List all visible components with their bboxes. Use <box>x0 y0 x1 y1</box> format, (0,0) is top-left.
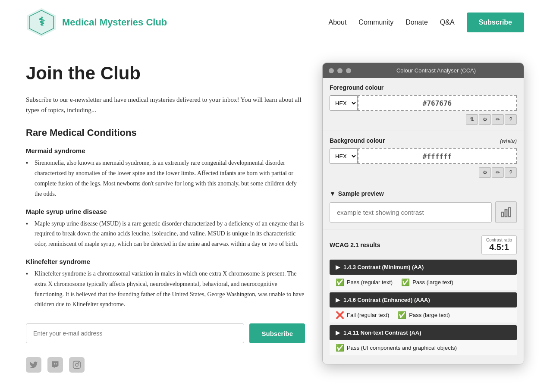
wcag-item-1411: ▶ 1.4.11 Non-text Contrast (AA) ✅ Pass (… <box>330 325 517 355</box>
conditions-heading: Rare Medical Conditions <box>26 127 305 138</box>
pass-icon-146-1: ✅ <box>398 311 406 319</box>
cca-window: Colour Contrast Analyser (CCA) Foregroun… <box>322 63 524 364</box>
wcag-item-143-label: 1.4.3 Contrast (Minimum) (AA) <box>343 264 424 270</box>
site-header: ⚕ Medical Mysteries Club About Community… <box>0 0 550 45</box>
bg-adjust-button[interactable]: ⚙ <box>479 167 491 178</box>
wcag-146-result-0-label: Fail (regular text) <box>347 312 389 318</box>
fail-icon-146-0: ❌ <box>336 311 344 319</box>
wcag-item-143-results: ✅ Pass (regular text) ✅ Pass (large text… <box>330 275 517 290</box>
preview-box-row: example text showing contrast <box>330 201 517 223</box>
email-input[interactable] <box>26 323 244 343</box>
wcag-item-1411-header[interactable]: ▶ 1.4.11 Non-text Contrast (AA) <box>330 325 517 340</box>
condition-section-klinefelter: Klinefelter syndrome Klinefelter syndrom… <box>26 258 305 310</box>
wcag-146-result-1: ✅ Pass (large text) <box>398 311 450 319</box>
main-layout: Join the Club Subscribe to our e-newslet… <box>0 45 550 390</box>
wcag-item-146-results: ❌ Fail (regular text) ✅ Pass (large text… <box>330 307 517 323</box>
window-close-dot <box>329 68 334 73</box>
cca-body: Foreground colour HEX ⇅ ⚙ ✏ ? Backgrou <box>323 78 524 364</box>
background-tools: ⚙ ✏ ? <box>330 167 517 178</box>
wcag-146-result-1-label: Pass (large text) <box>409 312 450 318</box>
window-max-dot <box>346 68 351 73</box>
wcag-title: WCAG 2.1 results <box>330 241 380 248</box>
wcag-146-result-0: ❌ Fail (regular text) <box>336 311 389 319</box>
svg-point-4 <box>75 364 79 367</box>
preview-chart-button[interactable] <box>495 201 517 223</box>
condition-section-mermaid: Mermaid syndrome Sirenomelia, also known… <box>26 147 305 199</box>
background-input-row: HEX <box>330 148 517 164</box>
wcag-item-143-header[interactable]: ▶ 1.4.3 Contrast (Minimum) (AA) <box>330 260 517 275</box>
sample-text-preview: example text showing contrast <box>330 202 492 223</box>
svg-rect-6 <box>502 212 504 217</box>
twitch-icon[interactable] <box>47 357 63 373</box>
fg-adjust-button[interactable]: ⚙ <box>479 114 491 125</box>
logo-area: ⚕ Medical Mysteries Club <box>26 7 329 38</box>
condition-title-klinefelter: Klinefelter syndrome <box>26 258 305 265</box>
subscription-row: Subscribe <box>26 323 305 343</box>
fg-help-button[interactable]: ? <box>505 114 517 125</box>
pass-icon-1411-0: ✅ <box>336 344 344 352</box>
site-title: Medical Mysteries Club <box>62 17 167 28</box>
foreground-input-row: HEX <box>330 95 517 111</box>
condition-title-mermaid: Mermaid syndrome <box>26 147 305 154</box>
cca-titlebar: Colour Contrast Analyser (CCA) <box>323 63 524 78</box>
background-format-select[interactable]: HEX <box>330 148 358 164</box>
nav-donate[interactable]: Donate <box>405 19 428 26</box>
contrast-ratio-label: Contrast ratio <box>486 238 512 242</box>
twitter-icon[interactable] <box>26 357 41 373</box>
subscribe-inline-button[interactable]: Subscribe <box>249 323 305 343</box>
fg-swap-button[interactable]: ⇅ <box>466 114 478 125</box>
svg-rect-8 <box>509 208 511 217</box>
window-min-dot <box>337 68 343 73</box>
wcag-section: WCAG 2.1 results Contrast ratio 4.5:1 ▶ … <box>323 229 524 364</box>
foreground-label: Foreground colour <box>330 84 517 91</box>
condition-section-msud: Maple syrup urine disease Maple syrup ur… <box>26 208 305 249</box>
condition-body-msud: Maple syrup urine disease (MSUD) is a ra… <box>26 219 305 249</box>
svg-rect-3 <box>73 361 81 369</box>
instagram-icon[interactable] <box>69 357 85 373</box>
wcag-143-result-0: ✅ Pass (regular text) <box>336 278 393 286</box>
sample-preview-section: ▼ Sample preview example text showing co… <box>323 184 524 229</box>
contrast-ratio-value: 4.5:1 <box>489 242 509 252</box>
wcag-item-146-label: 1.4.6 Contrast (Enhanced) (AAA) <box>343 297 430 303</box>
page-title: Join the Club <box>26 63 305 84</box>
triangle-icon: ▼ <box>330 190 336 197</box>
play-icon-1411: ▶ <box>336 329 340 336</box>
condition-body-mermaid: Sirenomelia, also known as mermaid syndr… <box>26 158 305 199</box>
wcag-item-1411-results: ✅ Pass (UI components and graphical obje… <box>330 340 517 355</box>
background-name: (white) <box>500 138 517 144</box>
wcag-item-143: ▶ 1.4.3 Contrast (Minimum) (AA) ✅ Pass (… <box>330 260 517 290</box>
nav-about[interactable]: About <box>329 19 347 26</box>
sample-preview-label: Sample preview <box>338 190 384 197</box>
condition-title-msud: Maple syrup urine disease <box>26 208 305 215</box>
nav-community[interactable]: Community <box>358 19 393 26</box>
chart-icon <box>500 206 512 218</box>
wcag-item-146-header[interactable]: ▶ 1.4.6 Contrast (Enhanced) (AAA) <box>330 292 517 307</box>
background-label: Background colour <box>330 137 385 144</box>
wcag-header: WCAG 2.1 results Contrast ratio 4.5:1 <box>330 235 517 254</box>
social-icons <box>26 357 305 373</box>
condition-body-klinefelter: Klinefelter syndrome is a chromosomal va… <box>26 269 305 310</box>
wcag-143-result-0-label: Pass (regular text) <box>347 279 393 285</box>
bg-picker-button[interactable]: ✏ <box>492 167 504 178</box>
cca-title: Colour Contrast Analyser (CCA) <box>355 67 518 74</box>
content-area: Join the Club Subscribe to our e-newslet… <box>26 63 305 373</box>
foreground-section: Foreground colour HEX ⇅ ⚙ ✏ ? <box>323 78 524 131</box>
play-icon-143: ▶ <box>336 264 340 270</box>
background-section: Background colour (white) HEX ⚙ ✏ ? <box>323 131 524 184</box>
pass-icon-143-1: ✅ <box>401 278 410 286</box>
nav-qa[interactable]: Q&A <box>440 19 455 26</box>
svg-rect-7 <box>505 210 507 216</box>
nav-subscribe-button[interactable]: Subscribe <box>467 13 524 32</box>
foreground-hex-input[interactable] <box>358 95 517 111</box>
wcag-item-1411-label: 1.4.11 Non-text Contrast (AA) <box>343 329 421 336</box>
foreground-tools: ⇅ ⚙ ✏ ? <box>330 114 517 125</box>
background-header: Background colour (white) <box>330 137 517 144</box>
fg-picker-button[interactable]: ✏ <box>492 114 504 125</box>
svg-point-5 <box>79 363 79 364</box>
wcag-1411-result-0-label: Pass (UI components and graphical object… <box>347 345 457 351</box>
site-logo: ⚕ <box>26 7 57 38</box>
bg-help-button[interactable]: ? <box>505 167 517 178</box>
background-hex-input[interactable] <box>358 148 517 164</box>
svg-text:⚕: ⚕ <box>38 15 45 28</box>
foreground-format-select[interactable]: HEX <box>330 95 358 111</box>
